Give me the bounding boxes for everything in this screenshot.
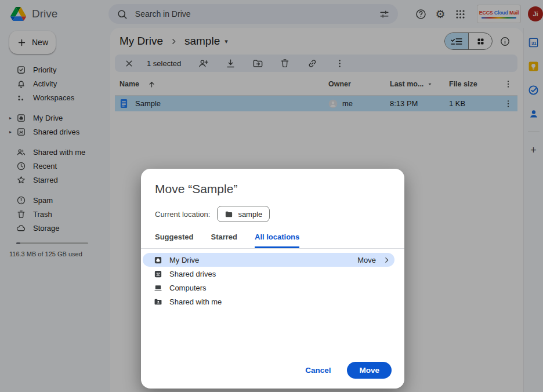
tab-starred[interactable]: Starred (211, 233, 237, 248)
location-row-shared-with-me[interactable]: Shared with me (143, 295, 394, 308)
google-drive-window: Drive (0, 0, 543, 392)
current-location-name: sample (238, 210, 262, 219)
cancel-button[interactable]: Cancel (305, 366, 331, 375)
move-dialog: Move “Sample” Current location: sample S… (141, 169, 404, 389)
move-confirm-button[interactable]: Move (347, 362, 392, 379)
dialog-footer: Cancel Move (141, 362, 404, 389)
tab-suggested[interactable]: Suggested (155, 233, 193, 248)
current-location-chip[interactable]: sample (217, 206, 270, 222)
location-label: My Drive (169, 256, 199, 264)
location-label: Shared drives (169, 270, 216, 278)
chevron-right-icon[interactable] (383, 256, 390, 264)
laptop-icon (154, 284, 162, 292)
row-move-action[interactable]: Move (357, 256, 394, 264)
location-row-shared-drives[interactable]: Shared drives (143, 267, 394, 281)
location-list: My Drive Move Shared drives Compute (141, 253, 404, 308)
location-label: Shared with me (169, 297, 222, 306)
current-location-row: Current location: sample (155, 206, 390, 222)
dialog-title: Move “Sample” (155, 182, 390, 196)
folder-icon (225, 210, 233, 219)
shared-drives-icon (154, 270, 162, 278)
location-row-my-drive[interactable]: My Drive Move (143, 253, 394, 267)
location-label: Computers (169, 284, 207, 292)
location-row-computers[interactable]: Computers (143, 281, 394, 295)
shared-folder-icon (154, 297, 162, 306)
dialog-tabs: Suggested Starred All locations (141, 233, 404, 249)
current-location-label: Current location: (155, 210, 210, 219)
tab-all-locations[interactable]: All locations (255, 233, 299, 248)
my-drive-icon (154, 256, 162, 264)
row-move-label[interactable]: Move (357, 256, 376, 264)
